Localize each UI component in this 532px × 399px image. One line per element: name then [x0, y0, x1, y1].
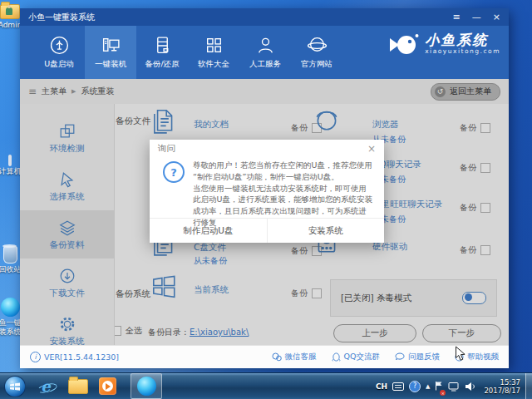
question-dialog: 询问 × ? 尊敬的用户！若您当前存在空闲的U盘，推荐您使用“制作启动U盘”功能… — [150, 140, 384, 243]
edge-browser-icon — [137, 377, 156, 396]
usb-icon — [49, 35, 70, 56]
fish-icon — [389, 32, 419, 57]
pc-icon — [101, 35, 121, 56]
media-player-icon — [99, 377, 116, 395]
window-footer: i VER[11.5.44.1230] 微信客服 QQ交流群 问题反馈 帮助视频 — [20, 345, 509, 368]
internet-explorer-icon: e — [41, 379, 50, 394]
start-button[interactable] — [4, 376, 26, 397]
tray-clock[interactable]: 15:37 2017/8/17 — [484, 378, 520, 395]
mouse-cursor — [455, 346, 466, 362]
qq-icon — [332, 352, 341, 362]
nav-official-site[interactable]: 官方网站 — [291, 26, 342, 79]
grid-icon — [204, 35, 224, 56]
menu-icon[interactable]: ≡ — [453, 12, 461, 22]
language-indicator[interactable]: CH — [376, 382, 387, 391]
folder-icon — [68, 379, 88, 394]
desktop-icon-label: 计算机 — [0, 167, 22, 175]
taskbar-media-button[interactable] — [95, 373, 120, 399]
dialog-title: 询问 — [158, 143, 175, 155]
minimize-icon[interactable]: — — [472, 12, 481, 22]
brand-logo: 小鱼系统 xiaoyuxitong.com — [389, 32, 500, 57]
system-tray: CH ? ▲ × 15:37 2017/8/17 — [376, 373, 520, 399]
question-icon: ? — [163, 161, 185, 183]
dialog-text-1: 尊敬的用户！若您当前存在空闲的U盘，推荐您使用“制作启动U盘”功能，制作一键启动… — [193, 160, 372, 183]
nav-label: 官方网站 — [301, 59, 332, 70]
close-icon[interactable]: × — [493, 12, 500, 22]
taskbar-ie-button[interactable]: e — [33, 373, 58, 399]
globe-icon — [307, 35, 328, 56]
taskbar-explorer-button[interactable] — [66, 373, 91, 399]
app-window: 小鱼一键重装系统 ≡ — × U盘启动 一键装机 备份/还原 软件大全 人工服务 — [20, 8, 509, 368]
install-system-button[interactable]: 安装系统 — [268, 219, 385, 243]
taskbar-edge-button[interactable] — [131, 373, 162, 399]
server-icon — [152, 35, 173, 56]
version-info: i VER[11.5.44.1230] — [30, 352, 119, 362]
window-title: 小鱼一键重装系统 — [28, 12, 95, 23]
feedback-link[interactable]: 问题反馈 — [395, 352, 440, 362]
network-icon[interactable] — [448, 382, 460, 392]
tray-help-icon[interactable]: ? — [409, 381, 421, 392]
taskbar: e CH ? ▲ × 15:37 2017/8/17 — [0, 372, 532, 399]
person-icon — [255, 35, 276, 56]
nav-label: 备份/还原 — [145, 59, 179, 70]
qq-group-link[interactable]: QQ交流群 — [332, 352, 380, 362]
nav-label: 人工服务 — [249, 59, 281, 70]
brand-name: 小鱼系统 — [425, 33, 500, 47]
nav-usb-boot[interactable]: U盘启动 — [33, 26, 85, 79]
desktop-icon-label: Admin — [0, 21, 22, 29]
make-boot-usb-button[interactable]: 制作启动U盘 — [150, 219, 268, 243]
feedback-bubble-icon — [395, 352, 405, 362]
wechat-icon — [272, 352, 282, 362]
action-center-flag-icon[interactable]: × — [435, 378, 443, 394]
nav-human-service[interactable]: 人工服务 — [239, 26, 291, 79]
nav-one-key-install[interactable]: 一键装机 — [85, 26, 136, 79]
speaker-icon[interactable] — [465, 382, 475, 392]
keyboard-icon[interactable] — [392, 382, 404, 391]
window-titlebar[interactable]: 小鱼一键重装系统 ≡ — × — [20, 8, 509, 26]
brand-site: xiaoyuxitong.com — [425, 47, 500, 55]
flag-error-badge: × — [440, 390, 446, 396]
desktop-icon-label: 回收站 — [0, 265, 22, 273]
dialog-close-icon[interactable]: × — [367, 143, 376, 155]
nav-label: 软件大全 — [198, 59, 229, 70]
info-icon: i — [30, 352, 41, 362]
nav-label: 一键装机 — [95, 59, 126, 70]
windows-start-icon — [10, 382, 20, 391]
show-desktop-button[interactable] — [525, 373, 532, 399]
nav-backup-restore[interactable]: 备份/还原 — [136, 26, 188, 79]
nav-software[interactable]: 软件大全 — [188, 26, 239, 79]
nav-label: U盘启动 — [44, 59, 73, 70]
show-hidden-icons[interactable]: ▲ — [426, 383, 430, 390]
wechat-service-link[interactable]: 微信客服 — [272, 352, 317, 362]
